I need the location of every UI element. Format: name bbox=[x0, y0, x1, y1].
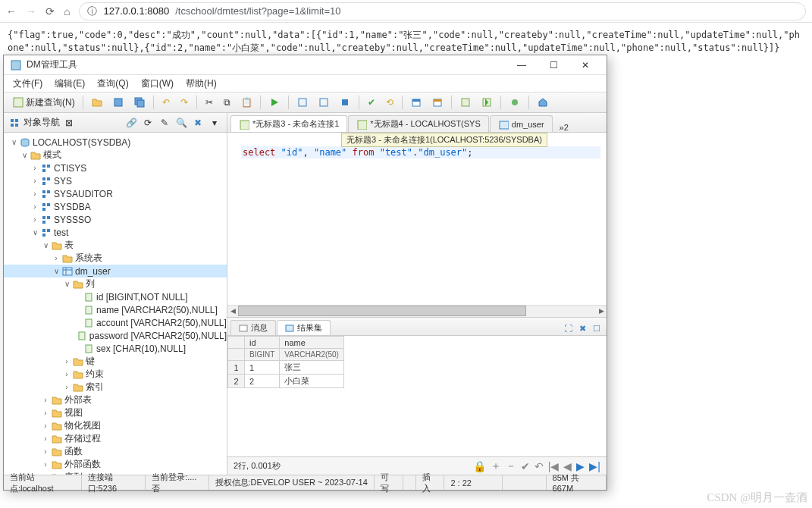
first-page-icon[interactable]: |◀ bbox=[548, 460, 560, 472]
tree-schema-test[interactable]: ∨test bbox=[4, 226, 227, 239]
collapse-icon[interactable]: ✖ bbox=[190, 115, 205, 130]
stop-button[interactable] bbox=[335, 94, 355, 111]
refresh-icon[interactable]: ⟳ bbox=[140, 115, 155, 130]
tree-column[interactable]: password [VARCHAR2(50),NULL] bbox=[4, 329, 227, 342]
bug-button[interactable] bbox=[505, 94, 525, 111]
site-info-icon[interactable]: ⓘ bbox=[87, 5, 97, 18]
editor-tab-3[interactable]: dm_user bbox=[490, 115, 553, 132]
tree-system-tables[interactable]: ›系统表 bbox=[4, 252, 227, 265]
tree-schema[interactable]: ∨模式 bbox=[4, 149, 227, 161]
redo-button[interactable]: ↷ bbox=[176, 94, 193, 111]
menu-help[interactable]: 帮助(H) bbox=[181, 76, 221, 92]
expand-icon[interactable]: ⛶ bbox=[561, 321, 575, 335]
editor-tab-1[interactable]: *无标题3 - 未命名连接1 bbox=[230, 115, 347, 132]
svg-rect-21 bbox=[47, 165, 50, 168]
prev-page-icon[interactable]: ◀ bbox=[563, 460, 572, 472]
calendar-button[interactable] bbox=[406, 94, 426, 111]
table-row[interactable]: 11张三 bbox=[228, 361, 344, 375]
object-tree[interactable]: ∨LOCALHOST(SYSDBA) ∨模式 ›CTISYS ›SYS ›SYS… bbox=[4, 133, 227, 475]
btn-1[interactable] bbox=[293, 94, 312, 111]
tree-columns[interactable]: ∨列 bbox=[4, 278, 227, 290]
reload-icon[interactable]: ⟳ bbox=[45, 5, 55, 17]
open-folder-button[interactable] bbox=[87, 94, 107, 111]
result-grid[interactable]: idname BIGINTVARCHAR2(50) 11张三 22小白菜 bbox=[227, 336, 607, 456]
tree-table-dm-user[interactable]: ∨dm_user bbox=[4, 265, 227, 278]
new-query-button[interactable]: 新建查询(N) bbox=[8, 94, 79, 111]
cut-button[interactable]: ✂ bbox=[201, 94, 218, 111]
tree-node-other[interactable]: ›外部表 bbox=[4, 394, 227, 406]
tree-root[interactable]: ∨LOCALHOST(SYSDBA) bbox=[4, 136, 227, 149]
tab-overflow[interactable]: »2 bbox=[556, 123, 572, 132]
tree-column[interactable]: id [BIGINT,NOT NULL] bbox=[4, 290, 227, 303]
schedule-button[interactable] bbox=[428, 94, 447, 111]
next-page-icon[interactable]: ▶ bbox=[576, 460, 585, 472]
add-row-icon[interactable]: ＋ bbox=[491, 459, 501, 473]
tree-schema-item[interactable]: ›SYS bbox=[4, 174, 227, 187]
results-tab-resultset[interactable]: 结果集 bbox=[277, 320, 331, 335]
tree-tables[interactable]: ∨表 bbox=[4, 239, 227, 252]
tree-column[interactable]: account [VARCHAR2(50),NULL] bbox=[4, 316, 227, 329]
save-all-button[interactable] bbox=[130, 94, 149, 111]
tree-node-other[interactable]: ›视图 bbox=[4, 406, 227, 419]
sql-editor[interactable]: 无标题3 - 未命名连接1(LOCALHOST:5236/SYSDBA) sel… bbox=[227, 133, 607, 317]
copy-button[interactable]: ⧉ bbox=[219, 94, 236, 111]
tree-node-other[interactable]: ›外部函数 bbox=[4, 458, 227, 471]
tree-column[interactable]: sex [CHAR(10),NULL] bbox=[4, 342, 227, 355]
revert-icon[interactable]: ↶ bbox=[535, 460, 544, 472]
back-icon[interactable]: ← bbox=[6, 5, 17, 17]
last-page-icon[interactable]: ▶| bbox=[589, 460, 600, 472]
menu-window[interactable]: 窗口(W) bbox=[136, 76, 178, 92]
rollback-button[interactable]: ⟲ bbox=[381, 94, 398, 111]
paste-button[interactable]: 📋 bbox=[237, 94, 256, 111]
commit-button[interactable]: ✔ bbox=[363, 94, 380, 111]
menu-icon[interactable]: ▾ bbox=[207, 115, 222, 130]
pin-icon[interactable]: ✖ bbox=[575, 321, 589, 335]
lock-icon[interactable]: 🔒 bbox=[473, 460, 486, 472]
status-memory: 85M 共 667M bbox=[547, 475, 607, 490]
menu-query[interactable]: 查询(Q) bbox=[92, 76, 133, 92]
editor-tab-2[interactable]: *无标题4 - LOCALHOST(SYS bbox=[348, 115, 488, 132]
object-navigator: 对象导航 ⊠ 🔗 ⟳ ✎ 🔍 ✖ ▾ ∨LOCALHOST(SYSDBA) ∨模… bbox=[4, 113, 227, 475]
results-tab-message[interactable]: 消息 bbox=[230, 320, 276, 335]
close-button[interactable]: ✕ bbox=[570, 57, 600, 74]
menu-file[interactable]: 文件(F) bbox=[8, 76, 47, 92]
tree-node-other[interactable]: ›物化视图 bbox=[4, 419, 227, 432]
tree-node-other[interactable]: ›函数 bbox=[4, 445, 227, 458]
editor-scrollbar[interactable]: ◀▶ bbox=[227, 305, 607, 317]
edit-icon[interactable]: ✎ bbox=[157, 115, 172, 130]
save-button[interactable] bbox=[108, 94, 128, 111]
tree-schema-item[interactable]: ›SYSSSO bbox=[4, 213, 227, 226]
tree-node-other[interactable]: ›存储过程 bbox=[4, 432, 227, 445]
debug-button[interactable] bbox=[477, 94, 497, 111]
remove-row-icon[interactable]: － bbox=[506, 459, 516, 473]
forward-icon[interactable]: → bbox=[26, 5, 36, 17]
tree-schema-item[interactable]: ›SYSAUDITOR bbox=[4, 187, 227, 200]
svg-rect-9 bbox=[412, 99, 420, 102]
tree-constraints[interactable]: ›约束 bbox=[4, 368, 227, 381]
tree-schema-item[interactable]: ›SYSDBA bbox=[4, 200, 227, 213]
editor-pane: *无标题3 - 未命名连接1 *无标题4 - LOCALHOST(SYS dm_… bbox=[227, 113, 607, 475]
close-panel-icon[interactable]: ☐ bbox=[590, 321, 604, 335]
link-icon[interactable]: 🔗 bbox=[124, 115, 139, 130]
tree-column[interactable]: name [VARCHAR2(50),NULL] bbox=[4, 303, 227, 316]
col-header-id[interactable]: id bbox=[245, 337, 280, 349]
search-icon[interactable]: 🔍 bbox=[174, 115, 189, 130]
apply-icon[interactable]: ✔ bbox=[521, 460, 530, 472]
table-row[interactable]: 22小白菜 bbox=[228, 375, 344, 388]
menu-edit[interactable]: 编辑(E) bbox=[50, 76, 89, 92]
undo-button[interactable]: ↶ bbox=[158, 94, 174, 111]
maximize-button[interactable]: ☐ bbox=[538, 57, 569, 74]
script-button[interactable] bbox=[456, 94, 475, 111]
url-bar[interactable]: ⓘ 127.0.0.1:8080/tcschool/dmtest/list?pa… bbox=[79, 2, 806, 20]
col-header-name[interactable]: name bbox=[280, 337, 344, 349]
run-button[interactable] bbox=[265, 94, 284, 111]
status-insert: 插入 bbox=[416, 475, 445, 490]
btn-2[interactable] bbox=[314, 94, 334, 111]
home-button[interactable] bbox=[533, 94, 553, 111]
tree-indexes[interactable]: ›索引 bbox=[4, 381, 227, 394]
tree-schema-item[interactable]: ›CTISYS bbox=[4, 161, 227, 174]
minimize-button[interactable]: — bbox=[506, 57, 537, 74]
home-icon[interactable]: ⌂ bbox=[64, 5, 70, 17]
col-type-id: BIGINT bbox=[245, 349, 280, 361]
tree-keys[interactable]: ›键 bbox=[4, 355, 227, 368]
